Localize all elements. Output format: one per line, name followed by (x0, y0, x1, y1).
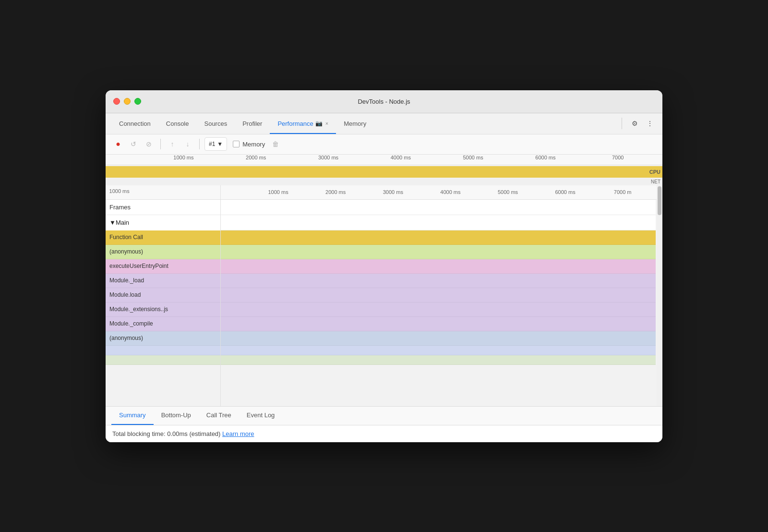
traffic-lights (113, 98, 141, 105)
comp-right (221, 317, 656, 331)
chevron-down-icon: ▼ (217, 141, 223, 147)
nav-tabs: Connection Console Sources Profiler Perf… (106, 113, 662, 134)
row-execute[interactable]: executeUserEntryPoint (106, 259, 220, 274)
sub1-right (221, 346, 656, 355)
tab-performance[interactable]: Performance 📷 × (270, 113, 336, 134)
tab-close-icon[interactable]: × (325, 121, 328, 126)
upload-icon: ↑ (171, 140, 174, 148)
time-label-1000: 1000 ms (173, 155, 193, 160)
summary-label: Summary (119, 411, 146, 419)
tab-memory[interactable]: Memory (336, 113, 374, 134)
anonymous1-label: (anonymous) (109, 248, 143, 255)
main-content: 1000 ms Frames ▼ Main Function Call (ano… (106, 185, 662, 406)
call-tree-label: Call Tree (206, 411, 231, 419)
delete-button[interactable]: 🗑 (269, 137, 282, 151)
minimize-button[interactable] (124, 98, 131, 105)
net-label: NET (651, 179, 660, 184)
settings-button[interactable]: ⚙ (628, 117, 641, 130)
dots-icon: ⋮ (647, 120, 653, 127)
tab-event-log[interactable]: Event Log (239, 406, 283, 425)
module-load-label: Module._load (109, 277, 144, 284)
memory-checkbox-label: Memory (242, 141, 265, 148)
memory-checkbox-container[interactable]: Memory (233, 141, 265, 148)
tab-sources[interactable]: Sources (196, 113, 235, 134)
compile-label: Module._compile (109, 320, 153, 327)
timeline-header: 1000 ms 2000 ms 3000 ms 4000 ms 5000 ms … (106, 155, 662, 185)
scrollbar[interactable] (657, 185, 662, 406)
ml-right (221, 274, 656, 288)
time-r2-6000: 6000 ms (555, 189, 575, 195)
main-label: Main (116, 219, 129, 226)
download-button[interactable]: ↓ (181, 137, 194, 151)
learn-more-link[interactable]: Learn more (222, 430, 254, 437)
module-load2-label: Module.load (109, 291, 141, 298)
main-header-right (221, 215, 656, 230)
sub-row1 (106, 346, 220, 355)
download-icon: ↓ (186, 140, 190, 148)
function-call-label: Function Call (109, 234, 143, 241)
row-compile[interactable]: Module._compile (106, 317, 220, 331)
tab-profiler[interactable]: Profiler (235, 113, 270, 134)
bottom-up-label: Bottom-Up (161, 411, 191, 419)
profile-dropdown[interactable]: #1 ▼ (204, 137, 227, 151)
event-log-label: Event Log (247, 411, 275, 419)
performance-camera-icon: 📷 (315, 120, 323, 127)
tab-call-tree[interactable]: Call Tree (199, 406, 239, 425)
record-icon: ● (116, 140, 120, 148)
row-extensions[interactable]: Module._extensions..js (106, 302, 220, 317)
time-ruler2-left: 1000 ms (106, 185, 220, 200)
fc-right (221, 230, 656, 245)
anon2-right (221, 331, 656, 346)
trash-icon: 🗑 (272, 140, 279, 148)
row-module-load[interactable]: Module._load (106, 274, 220, 288)
anon1-right (221, 245, 656, 259)
reload-icon: ↺ (131, 140, 136, 148)
triangle-icon: ▼ (109, 219, 116, 226)
tab-bottom-up[interactable]: Bottom-Up (154, 406, 199, 425)
left-panel: 1000 ms Frames ▼ Main Function Call (ano… (106, 185, 221, 406)
row-anonymous2[interactable]: (anonymous) (106, 331, 220, 346)
memory-checkbox[interactable] (233, 141, 240, 147)
cpu-label: CPU (649, 169, 660, 175)
tab-connection[interactable]: Connection (111, 113, 158, 134)
record-button[interactable]: ● (111, 137, 125, 151)
stop-button[interactable]: ⊘ (142, 137, 156, 151)
time-label2-1000: 1000 ms (109, 188, 130, 194)
profile-label: #1 (209, 141, 215, 147)
time-label-5000: 5000 ms (463, 155, 483, 160)
ext-right (221, 302, 656, 317)
anonymous2-label: (anonymous) (109, 335, 143, 341)
time-ruler-top: 1000 ms 2000 ms 3000 ms 4000 ms 5000 ms … (106, 155, 662, 165)
row-function-call[interactable]: Function Call (106, 230, 220, 245)
time-r2-4000: 4000 ms (440, 189, 460, 195)
row-anonymous1[interactable]: (anonymous) (106, 245, 220, 259)
tab-summary[interactable]: Summary (111, 406, 154, 425)
time-ruler2-right: 1000 ms 2000 ms 3000 ms 4000 ms 5000 ms … (221, 185, 662, 200)
time-r2-1000: 1000 ms (268, 189, 288, 195)
reload-button[interactable]: ↺ (127, 137, 140, 151)
stop-icon: ⊘ (146, 140, 152, 148)
sub-row2 (106, 355, 220, 365)
sub2-right (221, 355, 656, 365)
ml2-right (221, 288, 656, 302)
more-options-button[interactable]: ⋮ (643, 117, 657, 130)
exec-right (221, 259, 656, 274)
tab-console[interactable]: Console (158, 113, 197, 134)
time-r2-3000: 3000 ms (383, 189, 403, 195)
main-section-header[interactable]: ▼ Main (106, 215, 220, 230)
time-label-3000: 3000 ms (318, 155, 338, 160)
close-button[interactable] (113, 98, 120, 105)
cpu-bar: CPU (106, 166, 662, 178)
row-module-load2[interactable]: Module.load (106, 288, 220, 302)
titlebar: DevTools - Node.js (106, 90, 662, 113)
time-r2-5000: 5000 ms (498, 189, 518, 195)
maximize-button[interactable] (134, 98, 141, 105)
status-text: Total blocking time: 0.00ms (estimated) (112, 430, 220, 437)
scrollbar-thumb[interactable] (658, 186, 661, 215)
frames-right-row (221, 200, 656, 215)
nav-divider (622, 118, 622, 129)
time-label-4000: 4000 ms (391, 155, 411, 160)
upload-button[interactable]: ↑ (166, 137, 179, 151)
time-label-6000: 6000 ms (535, 155, 555, 160)
frames-label: Frames (109, 204, 131, 211)
